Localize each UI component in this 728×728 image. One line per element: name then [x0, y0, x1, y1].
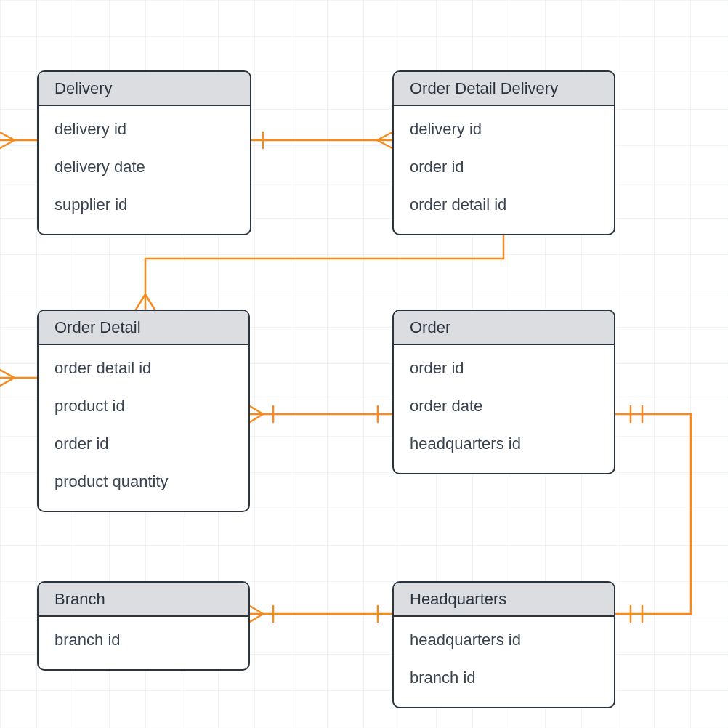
- attribute: order id: [54, 425, 232, 463]
- attribute: order detail id: [54, 349, 232, 387]
- attribute: product id: [54, 387, 232, 425]
- entity-order-detail[interactable]: Order Detail order detail id product id …: [37, 310, 250, 512]
- attribute: supplier id: [54, 186, 234, 224]
- connector-orderdetail-left: [0, 370, 37, 386]
- entity-title: Order: [394, 311, 614, 345]
- attribute: branch id: [410, 659, 598, 697]
- entity-order[interactable]: Order order id order date headquarters i…: [392, 310, 615, 474]
- entity-attributes: branch id: [39, 617, 248, 669]
- entity-delivery[interactable]: Delivery delivery id delivery date suppl…: [37, 70, 251, 235]
- attribute: branch id: [54, 621, 232, 659]
- connector-order-to-headquarters: [615, 414, 691, 614]
- attribute: delivery id: [54, 110, 234, 148]
- attribute: delivery date: [54, 148, 234, 186]
- entity-title: Order Detail: [39, 311, 248, 345]
- entity-attributes: order id order date headquarters id: [394, 345, 614, 473]
- entity-order-detail-delivery[interactable]: Order Detail Delivery delivery id order …: [392, 70, 615, 235]
- attribute: order id: [410, 349, 598, 387]
- entity-title: Branch: [39, 583, 248, 617]
- er-diagram-canvas: Delivery delivery id delivery date suppl…: [0, 0, 728, 728]
- attribute: order date: [410, 387, 598, 425]
- entity-attributes: headquarters id branch id: [394, 617, 614, 707]
- connector-delivery-left: [0, 132, 37, 148]
- entity-title: Order Detail Delivery: [394, 72, 614, 106]
- entity-title: Headquarters: [394, 583, 614, 617]
- entity-attributes: delivery id order id order detail id: [394, 106, 614, 234]
- entity-title: Delivery: [39, 72, 250, 106]
- attribute: headquarters id: [410, 621, 598, 659]
- entity-headquarters[interactable]: Headquarters headquarters id branch id: [392, 581, 615, 708]
- attribute: headquarters id: [410, 425, 598, 463]
- attribute: delivery id: [410, 110, 598, 148]
- attribute: product quantity: [54, 463, 232, 501]
- entity-attributes: delivery id delivery date supplier id: [39, 106, 250, 234]
- entity-attributes: order detail id product id order id prod…: [39, 345, 248, 511]
- entity-branch[interactable]: Branch branch id: [37, 581, 250, 671]
- attribute: order detail id: [410, 186, 598, 224]
- attribute: order id: [410, 148, 598, 186]
